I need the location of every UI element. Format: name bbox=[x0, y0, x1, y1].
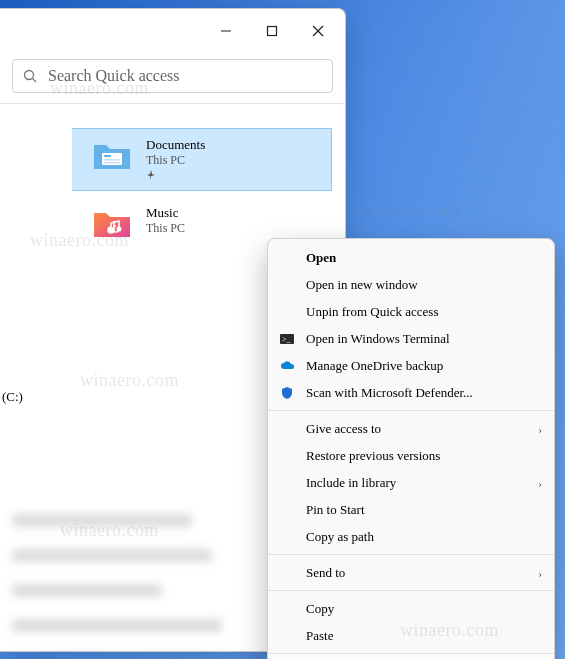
menu-open-terminal[interactable]: >_ Open in Windows Terminal bbox=[268, 325, 554, 352]
folder-icon bbox=[92, 205, 132, 241]
menu-pin-start[interactable]: Pin to Start bbox=[268, 496, 554, 523]
shield-icon bbox=[278, 384, 296, 402]
folder-title: Documents bbox=[146, 137, 205, 153]
blurred-item bbox=[12, 549, 212, 562]
search-icon bbox=[23, 69, 38, 84]
chevron-right-icon: › bbox=[538, 477, 542, 489]
minimize-button[interactable] bbox=[203, 11, 249, 51]
chevron-right-icon: › bbox=[538, 567, 542, 579]
menu-give-access[interactable]: Give access to› bbox=[268, 415, 554, 442]
close-button[interactable] bbox=[295, 11, 341, 51]
search-input[interactable]: Search Quick access bbox=[12, 59, 333, 93]
menu-unpin-quick-access[interactable]: Unpin from Quick access bbox=[268, 298, 554, 325]
minimize-icon bbox=[220, 25, 232, 37]
menu-restore-versions[interactable]: Restore previous versions bbox=[268, 442, 554, 469]
menu-separator bbox=[268, 410, 554, 411]
pin-icon bbox=[146, 170, 205, 182]
menu-separator bbox=[268, 590, 554, 591]
svg-rect-9 bbox=[104, 162, 120, 164]
svg-point-10 bbox=[109, 228, 114, 233]
svg-text:>_: >_ bbox=[282, 335, 292, 344]
folder-title: Music bbox=[146, 205, 185, 221]
titlebar bbox=[0, 9, 345, 53]
blurred-item bbox=[12, 584, 162, 597]
svg-point-11 bbox=[117, 227, 122, 232]
svg-rect-1 bbox=[268, 27, 277, 36]
blurred-item bbox=[12, 619, 222, 632]
maximize-button[interactable] bbox=[249, 11, 295, 51]
menu-copy-path[interactable]: Copy as path bbox=[268, 523, 554, 550]
sidebar-drive-label[interactable]: (C:) bbox=[0, 389, 23, 405]
menu-paste[interactable]: Paste bbox=[268, 622, 554, 649]
watermark: winaero.com bbox=[360, 200, 459, 221]
cloud-icon bbox=[278, 357, 296, 375]
folder-item-text: Documents This PC bbox=[146, 137, 205, 182]
svg-line-5 bbox=[33, 78, 37, 82]
close-icon bbox=[312, 25, 324, 37]
menu-separator bbox=[268, 653, 554, 654]
menu-copy[interactable]: Copy bbox=[268, 595, 554, 622]
folder-subtitle: This PC bbox=[146, 221, 185, 236]
menu-defender-scan[interactable]: Scan with Microsoft Defender... bbox=[268, 379, 554, 406]
folder-item-documents[interactable]: Documents This PC bbox=[72, 128, 332, 191]
menu-include-library[interactable]: Include in library› bbox=[268, 469, 554, 496]
folder-item-text: Music This PC bbox=[146, 205, 185, 236]
svg-rect-8 bbox=[104, 159, 120, 161]
maximize-icon bbox=[266, 25, 278, 37]
blurred-items bbox=[12, 514, 232, 652]
menu-open-new-window[interactable]: Open in new window bbox=[268, 271, 554, 298]
search-row: Search Quick access bbox=[0, 53, 345, 103]
terminal-icon: >_ bbox=[278, 330, 296, 348]
menu-separator bbox=[268, 554, 554, 555]
menu-onedrive-backup[interactable]: Manage OneDrive backup bbox=[268, 352, 554, 379]
menu-send-to[interactable]: Send to› bbox=[268, 559, 554, 586]
menu-open[interactable]: Open bbox=[268, 244, 554, 271]
context-menu: Open Open in new window Unpin from Quick… bbox=[267, 238, 555, 659]
folder-icon bbox=[92, 137, 132, 173]
blurred-item bbox=[12, 514, 192, 527]
svg-rect-7 bbox=[104, 155, 111, 157]
chevron-right-icon: › bbox=[538, 423, 542, 435]
svg-point-4 bbox=[25, 70, 34, 79]
content-area: Documents This PC Music This PC bbox=[0, 104, 345, 249]
folder-subtitle: This PC bbox=[146, 153, 205, 168]
search-placeholder: Search Quick access bbox=[48, 67, 180, 85]
